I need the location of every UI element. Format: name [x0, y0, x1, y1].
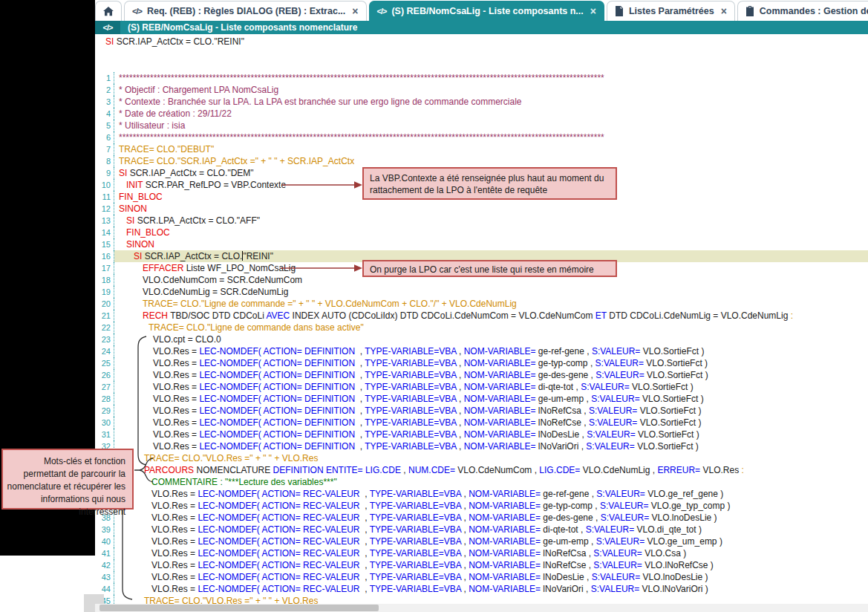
code-text: PARCOURS NOMENCLATURE DEFINITION ENTITE=… [114, 464, 868, 476]
tab-3[interactable]: Listes Paramétrées× [607, 1, 735, 21]
code-text: VLO.Res = LEC-NOMDEF( ACTION= REC-VALEUR… [114, 524, 868, 536]
line-number: 41 [95, 547, 114, 559]
line-number: 23 [95, 333, 114, 345]
line-number: 18 [95, 274, 114, 286]
tab-close-icon[interactable]: × [350, 5, 358, 17]
tab-2[interactable]: </>(S) REB/NomCsaLig - Liste composants … [369, 1, 604, 21]
code-text: ****************************************… [114, 72, 868, 84]
code-text: VLO.Res = LEC-NOMDEF( ACTION= DEFINITION… [114, 417, 868, 429]
code-line-31[interactable]: 31VLO.Res = LEC-NOMDEF( ACTION= DEFINITI… [95, 429, 868, 440]
code-line-20[interactable]: 20TRACE= CLO."Ligne de commande =" + " "… [95, 298, 868, 310]
code-line-36[interactable]: 36VLO.Res = LEC-NOMDEF( ACTION= REC-VALE… [95, 488, 868, 500]
line-number: 26 [95, 369, 114, 381]
code-line-34[interactable]: 34PARCOURS NOMENCLATURE DEFINITION ENTIT… [95, 464, 868, 476]
code-line-42[interactable]: 42VLO.Res = LEC-NOMDEF( ACTION= REC-VALE… [95, 559, 868, 571]
tab-home[interactable] [95, 1, 122, 21]
code-line-43[interactable]: 43VLO.Res = LEC-NOMDEF( ACTION= REC-VALE… [95, 571, 868, 583]
code-text: RECH TBD/SOC DTD CDCoLi AVEC INDEX AUTO … [114, 310, 868, 322]
code-text: * Date de création : 29/11/22 [114, 108, 868, 120]
code-line-25[interactable]: 25VLO.Res = LEC-NOMDEF( ACTION= DEFINITI… [95, 357, 868, 369]
code-icon: </> [95, 21, 120, 34]
code-tag-icon: </> [377, 7, 387, 16]
line-number: 11 [95, 191, 114, 203]
line-number: 12 [95, 203, 114, 215]
code-line-7[interactable]: 7TRACE= CLO."DEBUT" [95, 143, 868, 155]
code-line-22[interactable]: 22TRACE= CLO."Ligne de commande dans bas… [95, 322, 868, 333]
code-line-2[interactable]: 2* Objectif : Chargement LPA NomCsaLig [95, 84, 868, 96]
code-text: VLO.Res = LEC-NOMDEF( ACTION= REC-VALEUR… [114, 488, 868, 500]
code-line-13[interactable]: 13SI SCR.LPA_ActCtx = CLO."AFF" [95, 215, 868, 227]
code-line-32[interactable]: 32VLO.Res = LEC-NOMDEF( ACTION= DEFINITI… [95, 440, 868, 452]
code-text: VLO.Res = LEC-NOMDEF( ACTION= REC-VALEUR… [114, 559, 868, 571]
code-line-21[interactable]: 21RECH TBD/SOC DTD CDCoLi AVEC INDEX AUT… [95, 310, 868, 322]
code-line-33[interactable]: 33TRACE= CLO."VLO.Res =" + " " + VLO.Res [95, 452, 868, 464]
code-line-27[interactable]: 27VLO.Res = LEC-NOMDEF( ACTION= DEFINITI… [95, 381, 868, 393]
code-text: TRACE= CLO."VLO.Res =" + " " + VLO.Res [114, 452, 868, 464]
code-line-40[interactable]: 40VLO.Res = LEC-NOMDEF( ACTION= REC-VALE… [95, 536, 868, 547]
home-icon [103, 7, 114, 16]
code-line-14[interactable]: 14FIN_BLOC [95, 227, 868, 238]
line-number: 20 [95, 298, 114, 310]
code-text: VLO.Res = LEC-NOMDEF( ACTION= REC-VALEUR… [114, 583, 868, 595]
code-line-38[interactable]: 38VLO.Res = LEC-NOMDEF( ACTION= REC-VALE… [95, 512, 868, 524]
line-number: 44 [95, 583, 114, 595]
line-number: 22 [95, 322, 114, 333]
code-text: VLO.Res = LEC-NOMDEF( ACTION= REC-VALEUR… [114, 512, 868, 524]
horizontal-scrollbar-thumb[interactable] [99, 605, 379, 611]
code-text: VLO.Res = LEC-NOMDEF( ACTION= REC-VALEUR… [114, 547, 868, 559]
code-line-5[interactable]: 5* Utilisateur : isia [95, 120, 868, 131]
line-number: 16 [95, 250, 114, 262]
code-text: VLO.Res = LEC-NOMDEF( ACTION= DEFINITION… [114, 405, 868, 417]
code-text: VLO.Res = LEC-NOMDEF( ACTION= DEFINITION… [114, 440, 868, 452]
code-line-4[interactable]: 4* Date de création : 29/11/22 [95, 108, 868, 120]
code-text: * Objectif : Chargement LPA NomCsaLig [114, 84, 868, 96]
code-line-24[interactable]: 24VLO.Res = LEC-NOMDEF( ACTION= DEFINITI… [95, 345, 868, 357]
context-breadcrumb-line: SI SCR.IAP_ActCtx = CLO."REINI" [105, 36, 244, 47]
code-text: VLO.Res = LEC-NOMDEF( ACTION= DEFINITION… [114, 357, 868, 369]
code-line-41[interactable]: 41VLO.Res = LEC-NOMDEF( ACTION= REC-VALE… [95, 547, 868, 559]
code-tag-icon: </> [132, 7, 142, 16]
line-number: 4 [95, 108, 114, 120]
tab-label: Listes Paramétrées [629, 6, 714, 16]
code-text: TRACE= CLO."DEBUT" [114, 143, 868, 155]
code-text: * Utilisateur : isia [114, 120, 868, 131]
tab-close-icon[interactable]: × [589, 5, 596, 17]
code-line-8[interactable]: 8TRACE= CLO."SCR.IAP_ActCtx =" + " " + S… [95, 155, 868, 167]
document-icon [615, 6, 624, 16]
line-number: 2 [95, 84, 114, 96]
code-line-39[interactable]: 39VLO.Res = LEC-NOMDEF( ACTION= REC-VALE… [95, 524, 868, 536]
line-number: 30 [95, 417, 114, 429]
code-text: VLO.CdeNumLig = SCR.CdeNumLig [114, 286, 868, 298]
code-line-28[interactable]: 28VLO.Res = LEC-NOMDEF( ACTION= DEFINITI… [95, 393, 868, 405]
code-line-6[interactable]: 6***************************************… [95, 131, 868, 143]
code-text: SINON [114, 238, 868, 250]
line-number: 28 [95, 393, 114, 405]
line-number: 19 [95, 286, 114, 298]
horizontal-scrollbar[interactable] [95, 604, 868, 612]
code-text: TRACE= CLO."Ligne de commande dans base … [114, 322, 868, 333]
code-line-30[interactable]: 30VLO.Res = LEC-NOMDEF( ACTION= DEFINITI… [95, 417, 868, 429]
document-title: (S) REB/NomCsaLig - Liste composants nom… [120, 22, 357, 33]
code-line-15[interactable]: 15SINON [95, 238, 868, 250]
code-editor[interactable]: 1***************************************… [95, 72, 868, 607]
tab-4[interactable]: Commandes : Gestion des Commandes [737, 1, 868, 21]
code-line-23[interactable]: 23VLO.cpt = CLO.0 [95, 333, 868, 345]
clipboard-icon [745, 6, 754, 16]
code-line-35[interactable]: 35COMMENTAIRE : "***Lecture des variable… [95, 476, 868, 488]
tab-1[interactable]: </>Req. (REB) : Règles DIALOG (REB) : Ex… [124, 1, 367, 21]
code-line-12[interactable]: 12SINON [95, 203, 868, 215]
code-line-37[interactable]: 37VLO.Res = LEC-NOMDEF( ACTION= REC-VALE… [95, 500, 868, 512]
code-line-1[interactable]: 1***************************************… [95, 72, 868, 84]
tab-close-icon[interactable]: × [719, 5, 727, 17]
code-text: VLO.Res = LEC-NOMDEF( ACTION= DEFINITION… [114, 393, 868, 405]
line-number: 43 [95, 571, 114, 583]
code-line-19[interactable]: 19VLO.CdeNumLig = SCR.CdeNumLig [95, 286, 868, 298]
code-text: VLO.Res = LEC-NOMDEF( ACTION= REC-VALEUR… [114, 571, 868, 583]
line-number: 39 [95, 524, 114, 536]
code-text: TRACE= CLO."SCR.IAP_ActCtx =" + " " + SC… [114, 155, 868, 167]
code-text: * Contexte : Branchée sur la LPA. La LPA… [114, 96, 868, 108]
code-line-44[interactable]: 44VLO.Res = LEC-NOMDEF( ACTION= REC-VALE… [95, 583, 868, 595]
code-line-29[interactable]: 29VLO.Res = LEC-NOMDEF( ACTION= DEFINITI… [95, 405, 868, 417]
code-line-26[interactable]: 26VLO.Res = LEC-NOMDEF( ACTION= DEFINITI… [95, 369, 868, 381]
code-line-3[interactable]: 3* Contexte : Branchée sur la LPA. La LP… [95, 96, 868, 108]
